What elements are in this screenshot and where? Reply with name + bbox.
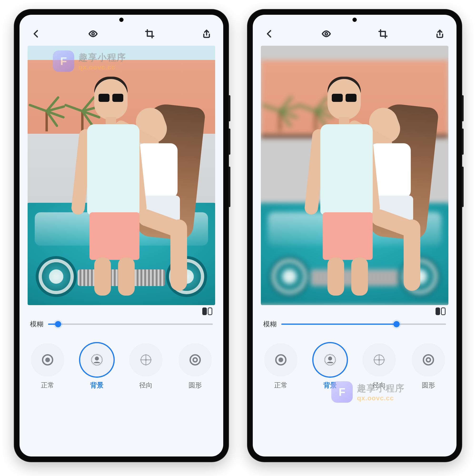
circle-icon bbox=[188, 353, 202, 367]
compare-icon[interactable] bbox=[436, 307, 445, 315]
side-button bbox=[462, 95, 464, 121]
slider-label: 模糊 bbox=[30, 320, 43, 329]
blur-slider[interactable] bbox=[281, 319, 446, 329]
crop-icon[interactable] bbox=[145, 29, 154, 38]
option-circle[interactable]: 圆形 bbox=[175, 343, 215, 390]
radial-icon bbox=[139, 353, 153, 367]
watermark: F 趣享小程序 qx.oovc.cc bbox=[331, 381, 405, 403]
phone-mockup: F 趣享小程序 qx.oovc.cc bbox=[248, 10, 462, 462]
screen: F 趣享小程序 qx.oovc.cc bbox=[19, 15, 223, 457]
option-circle[interactable]: 圆形 bbox=[408, 343, 449, 390]
radial-icon bbox=[373, 353, 386, 367]
option-normal[interactable]: 正常 bbox=[27, 343, 68, 390]
side-button bbox=[228, 129, 230, 155]
watermark-badge-icon: F bbox=[331, 381, 353, 403]
normal-icon bbox=[274, 353, 288, 367]
screen: F 趣享小程序 qx.oovc.cc bbox=[253, 15, 457, 457]
blur-slider-row: 模糊 bbox=[19, 305, 223, 336]
circle-icon bbox=[422, 353, 435, 367]
option-label: 圆形 bbox=[188, 381, 202, 390]
side-button bbox=[228, 167, 230, 207]
svg-point-19 bbox=[378, 359, 380, 361]
normal-icon bbox=[41, 353, 54, 367]
svg-point-2 bbox=[45, 357, 50, 362]
phone-mockup: F 趣享小程序 qx.oovc.cc bbox=[14, 10, 228, 462]
svg-point-13 bbox=[278, 357, 283, 362]
camera-dot bbox=[119, 17, 123, 22]
svg-point-9 bbox=[190, 355, 200, 365]
side-button bbox=[462, 129, 464, 155]
slider-label: 模糊 bbox=[263, 320, 276, 329]
compare-icon[interactable] bbox=[202, 307, 212, 315]
camera-dot bbox=[353, 17, 357, 22]
watermark-title: 趣享小程序 bbox=[357, 382, 405, 394]
option-normal[interactable]: 正常 bbox=[261, 343, 301, 390]
option-label: 背景 bbox=[90, 381, 103, 390]
svg-point-10 bbox=[193, 358, 197, 362]
side-button bbox=[228, 95, 230, 121]
option-label: 径向 bbox=[139, 381, 153, 390]
back-icon[interactable] bbox=[32, 29, 41, 38]
background-icon bbox=[323, 353, 337, 367]
option-background[interactable]: 背景 bbox=[77, 343, 117, 390]
svg-point-0 bbox=[92, 33, 94, 35]
svg-point-4 bbox=[95, 357, 99, 360]
share-icon[interactable] bbox=[435, 29, 444, 38]
option-label: 圆形 bbox=[422, 381, 435, 390]
svg-point-15 bbox=[328, 357, 332, 360]
photo-canvas[interactable] bbox=[253, 46, 457, 305]
crop-icon[interactable] bbox=[378, 29, 388, 38]
background-icon bbox=[90, 353, 103, 367]
back-icon[interactable] bbox=[265, 29, 274, 38]
blur-slider[interactable] bbox=[48, 319, 213, 329]
watermark: F 趣享小程序 qx.oovc.cc bbox=[53, 51, 126, 72]
svg-point-8 bbox=[145, 359, 147, 361]
watermark-url: qx.oovc.cc bbox=[357, 394, 405, 402]
blur-slider-row: 模糊 bbox=[253, 305, 457, 336]
option-label: 正常 bbox=[274, 381, 288, 390]
side-button bbox=[462, 167, 464, 207]
svg-point-21 bbox=[426, 358, 430, 362]
watermark-url: qx.oovc.cc bbox=[79, 64, 126, 71]
watermark-title: 趣享小程序 bbox=[79, 51, 126, 64]
svg-point-11 bbox=[325, 33, 327, 35]
option-radial[interactable]: 径向 bbox=[126, 343, 166, 390]
eye-icon[interactable] bbox=[322, 29, 331, 38]
option-label: 正常 bbox=[41, 381, 54, 390]
share-icon[interactable] bbox=[202, 29, 211, 38]
watermark-badge-icon: F bbox=[53, 51, 74, 72]
blur-mode-options: 正常 背景 径向 圆形 bbox=[19, 336, 223, 402]
eye-icon[interactable] bbox=[88, 29, 98, 38]
photo-canvas[interactable] bbox=[19, 46, 223, 305]
svg-point-20 bbox=[424, 355, 433, 365]
